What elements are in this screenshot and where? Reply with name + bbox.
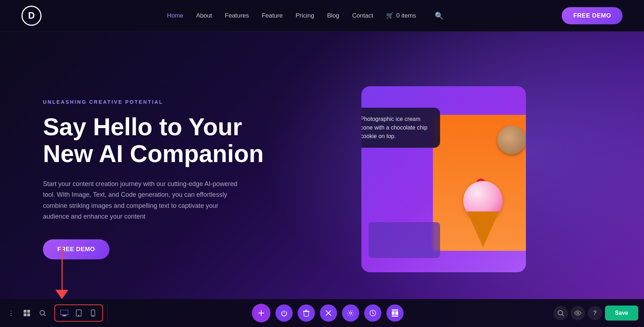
delete-button[interactable] xyxy=(298,304,315,322)
arrow-down xyxy=(55,247,68,299)
svg-rect-6 xyxy=(60,310,68,315)
search-toolbar-button[interactable] xyxy=(36,306,49,320)
cart-link[interactable]: 🛒 0 items xyxy=(386,12,416,19)
hero-description: Start your content creation journey with… xyxy=(43,179,243,222)
cone-shape xyxy=(467,211,499,247)
hero-eyebrow: UNLEASHING CREATIVE POTENTIAL xyxy=(43,99,286,105)
grid-view-button[interactable] xyxy=(20,306,34,320)
ai-tooltip-text: Photographic ice cream cone with a choco… xyxy=(361,115,433,141)
settings-button[interactable] xyxy=(342,304,359,322)
svg-point-23 xyxy=(558,311,562,315)
ice-cream-card xyxy=(433,115,526,251)
svg-point-12 xyxy=(93,315,93,316)
svg-rect-21 xyxy=(395,311,398,315)
nav-features[interactable]: Features xyxy=(225,12,249,19)
svg-rect-22 xyxy=(392,316,398,317)
close-icon xyxy=(326,310,331,316)
arrow-indicator xyxy=(55,247,68,299)
hero-section: UNLEASHING CREATIVE POTENTIAL Say Hello … xyxy=(0,31,644,327)
card-text-block xyxy=(369,222,440,258)
nav-contact[interactable]: Contact xyxy=(352,12,373,19)
desktop-icon xyxy=(60,310,68,316)
mobile-icon xyxy=(91,309,95,317)
svg-rect-1 xyxy=(27,310,30,313)
svg-point-17 xyxy=(350,312,352,314)
nav-home[interactable]: Home xyxy=(167,12,183,19)
nav-feature[interactable]: Feature xyxy=(262,12,283,19)
search-right-button[interactable] xyxy=(553,306,568,320)
history-button[interactable] xyxy=(364,304,381,322)
layout-icon xyxy=(392,309,398,317)
add-button[interactable] xyxy=(252,304,270,322)
bottom-toolbar: ⋮ xyxy=(0,299,644,327)
toolbar-right: ? Save xyxy=(548,306,644,321)
device-preview-group xyxy=(54,304,103,322)
plus-icon xyxy=(258,309,265,317)
power-icon xyxy=(280,309,288,317)
hero-cta-button[interactable]: FREE DEMO xyxy=(43,239,109,259)
eye-icon xyxy=(574,311,581,316)
svg-rect-14 xyxy=(258,313,264,313)
arrow-head xyxy=(55,290,68,299)
hero-title: Say Hello to Your New AI Companion xyxy=(43,113,286,167)
search-right-icon xyxy=(557,310,564,316)
cart-icon: 🛒 xyxy=(386,12,394,19)
save-button[interactable]: Save xyxy=(605,306,638,321)
nav-about[interactable]: About xyxy=(196,12,212,19)
svg-rect-7 xyxy=(63,315,65,316)
svg-point-10 xyxy=(78,315,79,316)
help-icon: ? xyxy=(593,310,597,316)
search-toolbar-icon xyxy=(39,310,46,316)
nav-pricing[interactable]: Pricing xyxy=(296,12,314,19)
gear-icon xyxy=(347,309,354,317)
navbar: D Home About Features Feature Pricing Bl… xyxy=(0,0,644,31)
more-options-button[interactable]: ⋮ xyxy=(4,306,18,320)
desktop-preview-button[interactable] xyxy=(58,307,71,319)
toolbar-left: ⋮ xyxy=(0,304,108,322)
logo-circle: D xyxy=(21,6,42,26)
close-button[interactable] xyxy=(320,304,337,322)
preview-button[interactable] xyxy=(571,306,585,320)
svg-point-4 xyxy=(40,311,45,315)
hero-illustration: ✦ Photographic ice cream cone with a cho… xyxy=(286,86,601,272)
layout-button[interactable] xyxy=(386,304,404,322)
grid-icon xyxy=(23,309,30,317)
cart-count: 0 items xyxy=(396,12,416,19)
ice-cream-visual xyxy=(433,115,526,251)
clock-icon xyxy=(369,309,376,317)
svg-rect-20 xyxy=(392,311,395,315)
nav-links: Home About Features Feature Pricing Blog… xyxy=(63,11,547,20)
trash-icon xyxy=(303,309,309,317)
help-button[interactable]: ? xyxy=(588,306,602,320)
ai-tooltip: ✦ Photographic ice cream cone with a cho… xyxy=(361,108,440,148)
hero-content: UNLEASHING CREATIVE POTENTIAL Say Hello … xyxy=(43,99,286,259)
tablet-preview-button[interactable] xyxy=(72,307,85,319)
svg-rect-3 xyxy=(27,313,30,316)
svg-rect-0 xyxy=(24,310,26,313)
power-button[interactable] xyxy=(275,304,293,322)
logo[interactable]: D xyxy=(21,6,42,26)
hero-card: ✦ Photographic ice cream cone with a cho… xyxy=(361,86,526,272)
free-demo-button[interactable]: FREE DEMO xyxy=(562,7,623,24)
arrow-line xyxy=(62,247,63,290)
nav-blog[interactable]: Blog xyxy=(327,12,339,19)
mobile-preview-button[interactable] xyxy=(87,307,99,319)
search-icon[interactable]: 🔍 xyxy=(435,11,444,20)
svg-line-5 xyxy=(44,314,46,316)
svg-rect-2 xyxy=(24,313,26,316)
svg-rect-8 xyxy=(62,316,67,316)
toolbar-center xyxy=(108,304,548,322)
svg-rect-16 xyxy=(305,310,307,311)
svg-rect-19 xyxy=(392,309,398,311)
tablet-icon xyxy=(76,309,82,317)
nav-right: FREE DEMO xyxy=(562,7,623,24)
svg-point-25 xyxy=(577,312,579,314)
cookie-shape xyxy=(497,126,526,154)
svg-line-24 xyxy=(562,314,564,316)
